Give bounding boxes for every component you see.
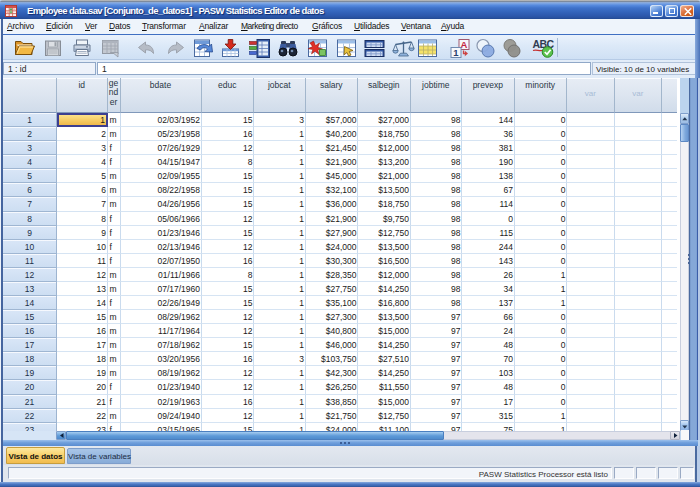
svg-text:A: A (461, 39, 468, 50)
svg-text:1: 1 (453, 47, 459, 58)
